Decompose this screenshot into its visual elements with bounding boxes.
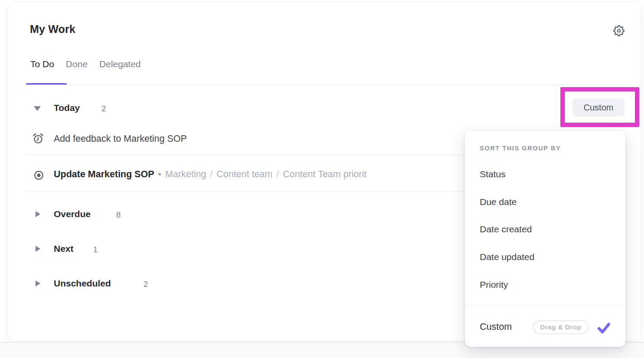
group-count-unscheduled: 2: [143, 280, 148, 289]
group-header-today[interactable]: Today: [54, 103, 80, 113]
task-title[interactable]: Add feedback to Marketing SOP: [54, 133, 187, 144]
gear-icon: [613, 25, 625, 36]
menu-item-priority[interactable]: Priority: [465, 276, 625, 295]
sort-menu: SORT THIS GROUP BY Status Due date Date …: [465, 131, 625, 347]
tab-to-do[interactable]: To Do: [26, 59, 59, 69]
menu-item-label: Date updated: [480, 252, 534, 262]
chevron-down-icon[interactable]: [34, 106, 41, 111]
alarm-clock-icon: [32, 133, 44, 146]
breadcrumb-list: Content Team priorit: [283, 169, 367, 179]
menu-item-due-date[interactable]: Due date: [465, 193, 625, 212]
tab-done[interactable]: Done: [62, 59, 92, 69]
menu-item-label: Due date: [480, 197, 517, 207]
group-count-today: 2: [101, 104, 106, 114]
breadcrumb-space: Marketing: [165, 169, 206, 179]
menu-item-label: Date created: [480, 224, 532, 234]
menu-item-date-created[interactable]: Date created: [465, 220, 625, 239]
chevron-right-icon[interactable]: [36, 280, 40, 286]
breadcrumb-folder: Content team: [217, 169, 273, 179]
group-count-overdue: 8: [116, 210, 121, 220]
menu-item-status[interactable]: Status: [465, 165, 625, 184]
tabbar-divider: [26, 85, 629, 85]
checkmark-icon: [596, 321, 611, 336]
chevron-right-icon[interactable]: [36, 211, 40, 217]
group-header-overdue[interactable]: Overdue: [54, 209, 91, 219]
chevron-right-icon[interactable]: [36, 246, 40, 252]
menu-item-label: Custom: [480, 322, 512, 332]
group-header-next[interactable]: Next: [54, 244, 74, 254]
group-count-next: 1: [93, 245, 98, 254]
menu-item-custom[interactable]: Custom Drag & Drop: [465, 317, 625, 338]
menu-item-label: Priority: [480, 280, 508, 290]
menu-divider: [465, 306, 625, 306]
target-icon: [33, 169, 45, 183]
widget-title: My Work: [30, 23, 75, 36]
settings-button[interactable]: [613, 25, 625, 37]
menu-item-label: Status: [480, 169, 506, 179]
bullet-separator: •: [154, 169, 166, 179]
breadcrumb-separator: /: [206, 169, 217, 179]
annotation-highlight-box: [560, 87, 639, 127]
task-row[interactable]: Update Marketing SOP•Marketing/Content t…: [54, 169, 367, 180]
tab-bar: To Do Done Delegated: [26, 59, 145, 69]
task-title[interactable]: Update Marketing SOP: [54, 169, 154, 179]
drag-drop-badge: Drag & Drop: [533, 320, 589, 334]
breadcrumb-separator: /: [273, 169, 283, 179]
menu-item-date-updated[interactable]: Date updated: [465, 248, 625, 267]
group-header-unscheduled[interactable]: Unscheduled: [54, 278, 111, 289]
sort-menu-header: SORT THIS GROUP BY: [480, 145, 561, 152]
tab-delegated[interactable]: Delegated: [95, 59, 145, 69]
